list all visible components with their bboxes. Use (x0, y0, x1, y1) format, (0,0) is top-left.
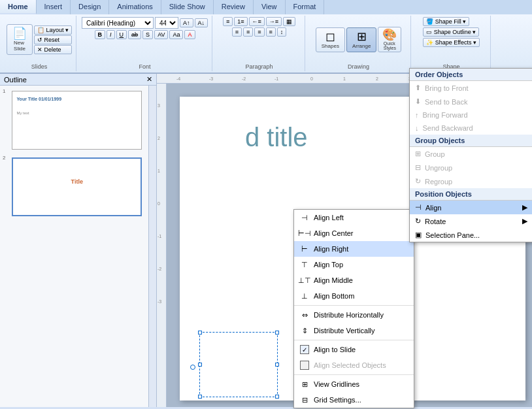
handle-left-middle[interactable] (198, 363, 202, 367)
bullets-button[interactable]: ≡ (223, 17, 233, 26)
outline-close-icon[interactable]: ✕ (146, 75, 152, 84)
font-controls: Calibri (Heading) 44 A↑ A↓ B I U ab S AV… (82, 17, 208, 62)
distribute-h-label: Distribute Horizontally (314, 311, 384, 319)
slide-2-thumbnail[interactable]: Title (12, 157, 142, 216)
reset-button[interactable]: ↺ Reset (34, 35, 72, 44)
send-to-back-item[interactable]: ⬇ Send to Back (410, 95, 532, 108)
handle-right-middle[interactable] (275, 363, 279, 367)
arrange-button[interactable]: ⊞ Arrange (346, 27, 376, 52)
align-to-slide-icon: ✓ (299, 344, 310, 355)
tab-insert[interactable]: Insert (37, 0, 71, 14)
decrease-font-button[interactable]: A↓ (195, 18, 208, 27)
handle-top-right[interactable] (275, 331, 279, 335)
send-backward-item[interactable]: ↓ Send Backward (410, 122, 532, 135)
underline-button[interactable]: U (116, 30, 127, 39)
handle-top-left[interactable] (198, 331, 202, 335)
slides-label: Slides (31, 62, 48, 70)
align-right-item[interactable]: ⊢ Align Right (294, 241, 414, 257)
grid-settings-label: Grid Settings... (314, 396, 361, 404)
slide-title: d title (245, 123, 308, 152)
outline-scrollbar[interactable] (148, 86, 156, 407)
shape-outline-button[interactable]: ▭ Shape Outline ▾ (423, 27, 479, 37)
tab-design[interactable]: Design (71, 0, 109, 14)
connection-point[interactable] (190, 365, 195, 370)
decrease-indent-button[interactable]: ←≡ (249, 17, 265, 26)
align-center-button[interactable]: ≡ (243, 27, 253, 37)
paragraph-label: Paragraph (246, 62, 273, 70)
bring-to-front-item[interactable]: ⬆ Bring to Front (410, 81, 532, 95)
delete-button[interactable]: ✕ Delete (34, 45, 72, 54)
char-spacing-button[interactable]: AV (154, 30, 168, 39)
tab-view[interactable]: View (254, 0, 286, 14)
italic-button[interactable]: I (107, 30, 115, 39)
slide-thumb-1[interactable]: 1 Your Title 01/01/1999 My text (3, 88, 146, 152)
tab-home[interactable]: Home (0, 0, 37, 14)
shapes-label: Shapes (322, 43, 339, 49)
align-arrow: ▶ (522, 203, 527, 212)
align-left-item[interactable]: ⊣ Align Left (294, 210, 414, 225)
selection-pane-icon: ▣ (415, 231, 422, 239)
font-name-select[interactable]: Calibri (Heading) (82, 17, 154, 29)
align-to-slide-item[interactable]: ✓ Align to Slide (294, 342, 414, 357)
font-color-button[interactable]: A (184, 30, 195, 39)
quick-styles-button[interactable]: 🎨 QuickStyles (378, 27, 401, 52)
distribute-h-item[interactable]: ⇔ Distribute Horizontally (294, 307, 414, 323)
distribute-v-label: Distribute Vertically (314, 327, 375, 335)
layout-button[interactable]: 📋 Layout ▾ (34, 25, 72, 35)
align-selected-item[interactable]: Align Selected Objects (294, 357, 414, 373)
group-paragraph: ≡ 1≡ ←≡ →≡ ▦ ≡ ≡ ≡ ≡ ↕ Paragraph (214, 16, 305, 71)
arrange-context-menu: Order Objects ⬆ Bring to Front ⬇ Send to… (409, 68, 532, 242)
align-item[interactable]: ⊣ Align ▶ (410, 201, 532, 214)
justify-button[interactable]: ≡ (266, 27, 276, 37)
selection-pane-item[interactable]: ▣ Selection Pane... (410, 228, 532, 242)
increase-indent-button[interactable]: →≡ (266, 17, 282, 26)
strikethrough-button[interactable]: ab (128, 30, 141, 39)
font-size-select[interactable]: 44 (155, 17, 178, 29)
ungroup-item[interactable]: ⊟ Ungroup (410, 161, 532, 174)
shapes-button[interactable]: ◻ Shapes (316, 27, 345, 52)
group-item[interactable]: ⊞ Group (410, 147, 532, 161)
bold-button[interactable]: B (95, 30, 106, 39)
slide-1-thumbnail[interactable]: Your Title 01/01/1999 My text (12, 91, 142, 150)
align-top-label: Align Top (314, 261, 343, 269)
increase-font-button[interactable]: A↑ (180, 18, 193, 27)
columns-button[interactable]: ▦ (283, 17, 295, 26)
align-selected-icon (299, 360, 310, 370)
font-label: Font (139, 62, 151, 70)
rotate-item[interactable]: ↻ Rotate ▶ (410, 214, 532, 228)
tab-review[interactable]: Review (214, 0, 254, 14)
align-middle-icon: ⊥⊤ (299, 275, 310, 286)
selection-box[interactable] (199, 332, 278, 397)
handle-bottom-right[interactable] (275, 395, 279, 399)
shadow-button[interactable]: S (142, 30, 153, 39)
tab-format[interactable]: Format (286, 0, 325, 14)
tab-animations[interactable]: Animations (109, 0, 161, 14)
grid-settings-item[interactable]: ⊟ Grid Settings... (294, 392, 414, 408)
shape-fill-button[interactable]: 🪣 Shape Fill ▾ (423, 17, 469, 26)
distribute-v-item[interactable]: ⇕ Distribute Vertically (294, 323, 414, 338)
align-right-button[interactable]: ≡ (254, 27, 264, 37)
bring-forward-item[interactable]: ↑ Bring Forward (410, 108, 532, 122)
align-top-item[interactable]: ⊤ Align Top (294, 257, 414, 272)
send-backward-label: Send Backward (423, 124, 473, 132)
regroup-label: Regroup (425, 178, 452, 186)
new-slide-button[interactable]: 📄 NewSlide (7, 24, 33, 55)
shape-options-content: 🪣 Shape Fill ▾ ▭ Shape Outline ▾ ✨ Shape… (423, 17, 480, 62)
regroup-item[interactable]: ↻ Regroup (410, 174, 532, 188)
align-left-label: Align Left (314, 214, 344, 221)
bring-forward-label: Bring Forward (423, 111, 468, 119)
slides-buttons: 📄 NewSlide 📋 Layout ▾ ↺ Reset ✕ Delete (7, 17, 72, 62)
handle-bottom-left[interactable] (198, 395, 202, 399)
align-center-item[interactable]: ⊢⊣ Align Center (294, 225, 414, 241)
slide-1-sub: My text (16, 111, 29, 115)
align-middle-item[interactable]: ⊥⊤ Align Middle (294, 272, 414, 288)
view-gridlines-item[interactable]: ⊞ View Gridlines (294, 376, 414, 392)
align-left-button[interactable]: ≡ (232, 27, 242, 37)
shape-effects-button[interactable]: ✨ Shape Effects ▾ (423, 38, 480, 47)
case-button[interactable]: Aa (169, 30, 183, 39)
line-spacing-button[interactable]: ↕ (277, 27, 287, 37)
slide-thumb-2[interactable]: 2 Title (3, 155, 146, 219)
numbering-button[interactable]: 1≡ (234, 17, 247, 26)
tab-slideshow[interactable]: Slide Show (161, 0, 214, 14)
align-bottom-item[interactable]: ⊥ Align Bottom (294, 288, 414, 304)
